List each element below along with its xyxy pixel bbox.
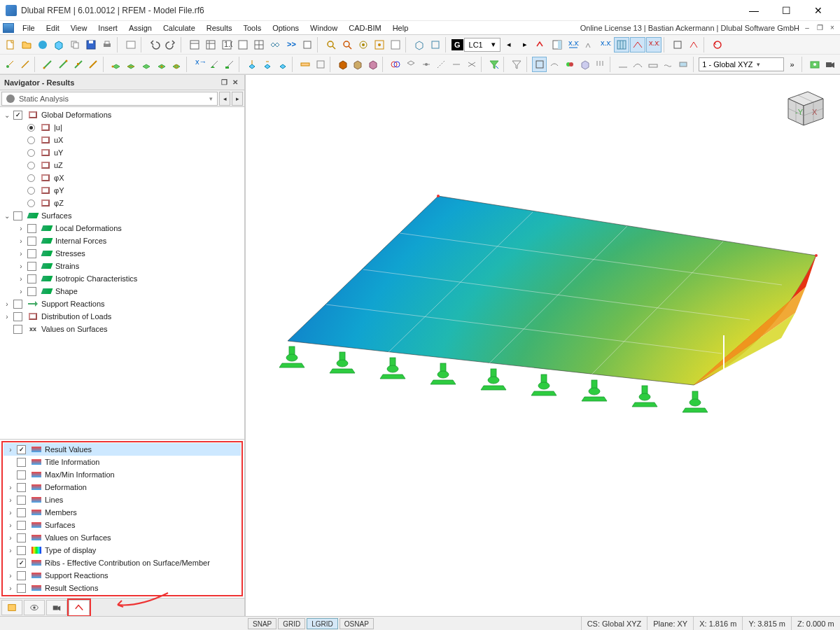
expand-icon[interactable]: ›: [6, 584, 15, 592]
checkbox[interactable]: [13, 111, 22, 120]
model-data-button[interactable]: [187, 37, 202, 52]
model-viewport[interactable]: 2.0 -Y X: [245, 75, 840, 616]
checkbox[interactable]: [17, 546, 26, 555]
checkbox[interactable]: [27, 249, 36, 258]
menu-help[interactable]: Help: [387, 22, 414, 34]
solid-button-4[interactable]: [366, 57, 381, 72]
expand-icon[interactable]: ›: [17, 262, 25, 270]
extend-button[interactable]: [449, 57, 464, 72]
new-file-button[interactable]: [3, 37, 18, 52]
loadcase-select[interactable]: LC1▾: [464, 38, 500, 52]
show-loading-button[interactable]: [593, 57, 608, 72]
maximize-button[interactable]: ☐: [770, 0, 802, 21]
display-option-type_disp[interactable]: ›Type of display: [4, 544, 241, 556]
tree-strains[interactable]: ›Strains: [0, 260, 244, 272]
navigator-tab-data[interactable]: [1, 600, 22, 615]
radio[interactable]: [27, 162, 35, 169]
tree-support-reactions[interactable]: ›Support Reactions: [0, 298, 244, 310]
connect-button[interactable]: [419, 57, 433, 72]
minimize-button[interactable]: —: [738, 0, 770, 21]
find-button[interactable]: [323, 37, 339, 52]
display-option-surfaces2[interactable]: ›Surfaces: [4, 519, 241, 531]
checkbox[interactable]: [17, 533, 26, 542]
menu-results[interactable]: Results: [201, 22, 238, 34]
display-option-sections[interactable]: ›Result Sections: [4, 582, 241, 594]
copy-button[interactable]: [67, 37, 83, 52]
checkbox[interactable]: [17, 571, 26, 580]
checkbox[interactable]: [17, 559, 26, 568]
expand-icon[interactable]: ›: [17, 237, 25, 245]
collapse-icon[interactable]: ⌄: [3, 212, 11, 220]
expand-icon[interactable]: ›: [17, 288, 25, 295]
print-button[interactable]: [99, 37, 115, 52]
calculate-all-button[interactable]: [300, 37, 315, 52]
fe-mesh-button[interactable]: [267, 37, 283, 52]
load-button-2[interactable]: [260, 57, 275, 72]
checkbox[interactable]: [17, 584, 26, 593]
show-deform-button[interactable]: [631, 57, 645, 72]
tree-surfaces[interactable]: ⌄ Surfaces: [0, 209, 244, 222]
result-diagram-toggle[interactable]: [630, 37, 645, 52]
expand-icon[interactable]: ›: [6, 522, 15, 529]
show-forces-button[interactable]: [646, 57, 661, 72]
load-button-1[interactable]: [245, 57, 260, 72]
display-option-values2[interactable]: ›Values on Surfaces: [4, 531, 241, 544]
display-option-deformation[interactable]: ›Deformation: [4, 481, 241, 493]
menu-assign[interactable]: Assign: [123, 22, 158, 34]
mdi-restore-icon[interactable]: ❐: [815, 23, 825, 33]
show-stress-button[interactable]: [676, 57, 691, 72]
menu-file[interactable]: File: [17, 22, 41, 34]
load-button-3[interactable]: [275, 57, 290, 72]
clip-button[interactable]: [670, 37, 685, 52]
surface-button-3[interactable]: [139, 57, 154, 72]
camera-button[interactable]: [822, 57, 837, 72]
tree-iso[interactable]: ›Isotropic Characteristics: [0, 272, 244, 285]
convert-button[interactable]: [404, 57, 419, 72]
radio[interactable]: [27, 187, 35, 195]
loadcase-prev-button[interactable]: ◂: [501, 37, 517, 52]
target-button[interactable]: [356, 37, 371, 52]
solid-button[interactable]: [313, 57, 328, 72]
navigator-tab-display[interactable]: [24, 600, 45, 615]
radio[interactable]: [27, 200, 35, 207]
tree-phiy[interactable]: φY: [0, 184, 244, 197]
merge-button[interactable]: [464, 57, 479, 72]
expand-icon[interactable]: ›: [6, 496, 15, 504]
tree-global-deformations[interactable]: ⌄ Global Deformations: [0, 108, 244, 121]
analysis-prev-button[interactable]: ◂: [219, 92, 230, 106]
surface-button-1[interactable]: [108, 57, 123, 72]
mdi-minimize-icon[interactable]: –: [802, 23, 812, 33]
checkbox[interactable]: [13, 211, 22, 220]
menu-cad-bim[interactable]: CAD-BIM: [343, 22, 386, 34]
section-button[interactable]: [686, 37, 701, 52]
menu-window[interactable]: Window: [304, 22, 343, 34]
render-transparent-button[interactable]: [578, 57, 592, 72]
member-button-1[interactable]: [41, 57, 55, 72]
analysis-next-button[interactable]: ▸: [232, 92, 243, 106]
osnap-toggle[interactable]: OSNAP: [340, 618, 374, 629]
support-button-1[interactable]: x→: [192, 57, 206, 72]
result-values-button-2[interactable]: [582, 37, 597, 52]
view-cube[interactable]: -Y X: [778, 82, 829, 132]
show-results-button[interactable]: [615, 57, 630, 72]
checkbox[interactable]: [17, 483, 26, 492]
expand-icon[interactable]: ›: [3, 300, 11, 308]
tree-uy[interactable]: uY: [0, 146, 244, 159]
partial-view-button[interactable]: [510, 57, 524, 72]
display-option-members[interactable]: ›Members: [4, 506, 241, 519]
checkbox[interactable]: [17, 496, 26, 505]
menu-options[interactable]: Options: [267, 22, 304, 34]
menu-tools[interactable]: Tools: [237, 22, 267, 34]
member-button-2[interactable]: [56, 57, 71, 72]
intersect-button[interactable]: [388, 57, 403, 72]
tree-u[interactable]: |u|: [0, 121, 244, 134]
expand-icon[interactable]: ›: [6, 534, 15, 542]
grid-toggle[interactable]: GRID: [278, 618, 305, 629]
result-values-button-3[interactable]: x.xx: [598, 37, 613, 52]
render-wireframe-toggle[interactable]: [532, 57, 547, 72]
expand-icon[interactable]: ›: [17, 275, 25, 283]
checkbox[interactable]: [17, 470, 26, 479]
addons-button[interactable]: [388, 37, 403, 52]
radio[interactable]: [27, 136, 35, 144]
units-button[interactable]: 1.0: [219, 37, 234, 52]
